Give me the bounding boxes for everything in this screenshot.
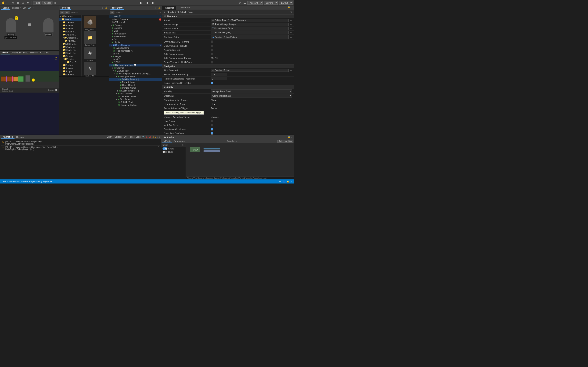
- hierarchy-vn-template[interactable]: ▼ ▣ VN Template Standard Dialogu...: [109, 72, 162, 75]
- create-asset-button[interactable]: ⊕: [65, 11, 69, 14]
- layers-dropdown[interactable]: Layers: [264, 1, 278, 5]
- clear-button[interactable]: Clear: [107, 136, 112, 138]
- add-speaker-name-checkbox[interactable]: [211, 53, 213, 55]
- hierarchy-search-input[interactable]: [114, 11, 157, 14]
- hierarchy-grid[interactable]: ▣ Grid: [109, 38, 162, 41]
- hierarchy-game-manager[interactable]: ▼ ▣ GameManager ▶: [109, 44, 162, 47]
- asset-sprites[interactable]: 📁 Sprites And...: [83, 31, 97, 46]
- collapse-button[interactable]: Collapse: [114, 136, 122, 138]
- auto-live-link-button[interactable]: Auto Live Link: [277, 140, 293, 143]
- inspector-tab-collaborate[interactable]: Collaborate: [176, 6, 193, 9]
- panel-link-icon[interactable]: ⊙: [290, 19, 292, 22]
- tree-item-4[interactable]: 📁 Characte...: [59, 33, 81, 36]
- tree-prefabs[interactable]: 📁 Prefabs: [59, 64, 81, 67]
- hierarchy-canvas[interactable]: ▶ ▣ Canvas: [109, 24, 162, 26]
- global-button[interactable]: Global: [42, 1, 52, 4]
- move-tool-icon[interactable]: ↔: [6, 1, 10, 5]
- hierarchy-text-field-panel[interactable]: ▣ Text Field Panel: [109, 95, 162, 98]
- hierarchy-end[interactable]: ▣ End: [109, 29, 162, 32]
- animator-menu-icon[interactable]: ⋮: [291, 136, 293, 138]
- asset-switch-tile[interactable]: # Switch_Tile: [83, 62, 97, 76]
- has-focus-checkbox[interactable]: [211, 120, 213, 122]
- hierarchy-gameobject[interactable]: ▣ GameObject: [109, 83, 162, 86]
- project-menu-icon[interactable]: ⋮: [102, 7, 104, 9]
- account-dropdown[interactable]: Account: [247, 1, 263, 5]
- rect-tool-icon[interactable]: ⊞: [21, 1, 25, 5]
- panel-object-ref[interactable]: ⊞ Subtitle Panel (L) (Rect Transform): [211, 19, 289, 22]
- hierarchy-interactable[interactable]: ▣ Interactable: [109, 32, 162, 35]
- hierarchy-continue-button[interactable]: ▣ Continue Button: [109, 104, 162, 106]
- hand-tool-icon[interactable]: ✋: [1, 1, 5, 5]
- animation-tab[interactable]: Animation: [1, 135, 15, 139]
- first-selected-ref[interactable]: ⊙ Continue Button: [211, 69, 289, 72]
- subtitle-text-ref[interactable]: T Subtitle Text (Text): [211, 31, 289, 34]
- log-entry-1[interactable]: ⚠ [21:40:11] Dialogue System: Player say…: [1, 140, 160, 146]
- anim-state-show[interactable]: Show: [190, 147, 200, 152]
- hierarchy-event-system[interactable]: ▣ EventSystem: [109, 47, 162, 49]
- search-icon[interactable]: 🔍: [142, 136, 145, 138]
- pause-button[interactable]: ⏸: [145, 1, 150, 5]
- console-tab[interactable]: Console: [15, 135, 26, 139]
- tree-dialogue[interactable]: ▼ 📁 Dialogue...: [59, 36, 81, 39]
- inspector-tab-inspector[interactable]: Inspector: [162, 6, 176, 9]
- cloud-icon[interactable]: ☁: [242, 1, 247, 5]
- hierarchy-dialogue-manager[interactable]: ▼ ▣ Dialogue Manager 💬: [109, 64, 162, 67]
- tree-favorites[interactable]: ▶ ★ Favorites: [59, 15, 81, 18]
- hierarchy-npc2[interactable]: ▣ NPC 2: [109, 61, 162, 64]
- animator-tab-layers[interactable]: Layers: [162, 139, 172, 143]
- portrait-image-ref[interactable]: 🖼 Portrait Image (Image): [211, 23, 289, 26]
- hierarchy-player[interactable]: ▶ ▣ Player: [109, 55, 162, 58]
- layout-dropdown[interactable]: Layout: [279, 1, 293, 5]
- transform-tool-icon[interactable]: ✱: [26, 1, 30, 5]
- visibility-dropdown[interactable]: Always From Start ▾: [211, 90, 292, 93]
- animator-tab-params[interactable]: Parameters: [172, 140, 187, 143]
- tree-scenes[interactable]: 📁 Scenes: [59, 67, 81, 70]
- select-prev-checkbox[interactable]: ✓: [211, 82, 213, 84]
- scale-tool-icon[interactable]: ▣: [16, 1, 20, 5]
- portrait-name-link[interactable]: ⊙: [290, 27, 292, 30]
- tree-plugins[interactable]: ▼ 📁 Plugins: [59, 58, 81, 60]
- scale-slider[interactable]: [30, 52, 38, 53]
- scene-menu-icon[interactable]: ⋮: [36, 7, 40, 9]
- tree-game-li[interactable]: 📁 GAME Li...: [59, 45, 81, 48]
- shaded-dropdown[interactable]: Shaded ▾: [11, 7, 21, 9]
- tree-scripts[interactable]: 📁 Scripts: [59, 70, 81, 73]
- hierarchy-lock-icon[interactable]: 🔒: [158, 7, 161, 9]
- fx-icon[interactable]: ✦: [32, 7, 35, 9]
- hierarchy-canvas-test[interactable]: ▼ ▣ Canvas Test: [109, 69, 162, 72]
- param-menu-icon[interactable]: ▾: [183, 144, 184, 146]
- hierarchy-lights[interactable]: ▣ Lights: [109, 41, 162, 44]
- tree-item-0[interactable]: 📁 2DPixelL...: [59, 21, 81, 24]
- grid-icon[interactable]: ⊞: [53, 1, 57, 5]
- 2d-button[interactable]: 2D: [22, 7, 26, 9]
- asset-spa-rock[interactable]: 🪨 SPA_Rock...: [83, 16, 97, 31]
- continue-button-ref[interactable]: ● Continue Button (Button): [211, 35, 289, 39]
- animator-graph[interactable]: Show Plugins/Pixel Crushers/Dialogue Sys…: [186, 143, 294, 179]
- tree-game-si[interactable]: 📁 GAME Si...: [59, 51, 81, 54]
- only-show-npc-checkbox[interactable]: [211, 41, 213, 43]
- hierarchy-canvas2[interactable]: ▶ ▣ Canvas: [109, 67, 162, 69]
- hierarchy-barriers[interactable]: ▣ Barriers: [109, 26, 162, 29]
- portrait-name-ref[interactable]: T Portrait Name (Text): [211, 27, 289, 30]
- hierarchy-subtitle-panel-l[interactable]: ▼ ▣ Subtitle Panel (L): [109, 78, 162, 81]
- asset-switch[interactable]: # Switch: [83, 47, 97, 62]
- game-tab[interactable]: Game: [1, 51, 9, 54]
- hierarchy-pixel-numbers[interactable]: ▣ Pixel Numbers_6: [109, 49, 162, 52]
- accumulate-text-checkbox[interactable]: [211, 49, 213, 51]
- play-button[interactable]: ▶: [139, 0, 143, 5]
- hierarchy-environment[interactable]: ▣ Environment: [109, 35, 162, 38]
- inspector-settings-icon[interactable]: ⚙: [290, 11, 292, 13]
- project-tab[interactable]: Project: [61, 6, 71, 10]
- maximize-button[interactable]: Ma: [46, 52, 49, 54]
- hierarchy-scene-name[interactable]: Level 8*: [113, 15, 121, 17]
- animator-lock-icon[interactable]: 🔒: [288, 136, 291, 138]
- first-selected-link[interactable]: ⊙: [290, 69, 292, 72]
- project-lock-icon[interactable]: 🔒: [105, 7, 108, 9]
- tree-editor-de[interactable]: 📁 Editor De...: [59, 42, 81, 45]
- project-search-input[interactable]: [69, 11, 108, 14]
- settings-icon[interactable]: ⚙: [238, 1, 242, 5]
- hierarchy-text-panel[interactable]: ▼ ▣ Text Panel: [109, 98, 162, 101]
- refresh-select-input[interactable]: [211, 77, 227, 80]
- continue-button-link[interactable]: ⊙: [290, 36, 292, 39]
- tree-gizmos[interactable]: 📁 Gizmos: [59, 54, 81, 58]
